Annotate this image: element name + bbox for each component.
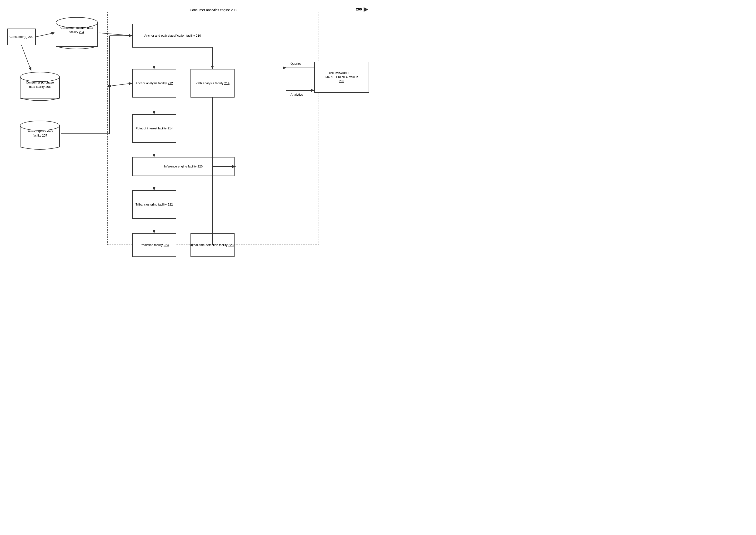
location-data-label: Consumer location data facility 204 xyxy=(59,26,95,34)
purchase-data-cylinder: Consumer purchase data facility 206 xyxy=(19,70,61,102)
purchase-data-label: Consumer purchase data facility 206 xyxy=(23,80,57,89)
consumers-id: 202 xyxy=(28,35,34,39)
tribal-label: Tribal clustering facility 222 xyxy=(136,203,173,207)
consumers-label: Consumer(s) 202 xyxy=(10,35,33,39)
path-analysis-box: Path analysis facility 214 xyxy=(191,69,234,98)
prediction-label: Prediction facility 224 xyxy=(139,243,169,247)
svg-marker-0 xyxy=(364,7,368,12)
svg-line-8 xyxy=(21,45,31,70)
inference-box: Inference engine facility 220 xyxy=(132,157,234,176)
location-data-cylinder: Consumer location data facility 204 xyxy=(55,15,99,50)
inference-label: Inference engine facility 220 xyxy=(164,164,203,169)
anchor-analysis-label: Anchor analysis facility 212 xyxy=(136,81,173,85)
analytics-label: Analytics xyxy=(290,93,303,96)
consumers-box: Consumer(s) 202 xyxy=(7,29,36,45)
path-analysis-label: Path analysis facility 214 xyxy=(196,81,229,85)
tribal-box: Tribal clustering facility 222 xyxy=(132,190,176,219)
prediction-box: Prediction facility 224 xyxy=(132,233,176,257)
realtime-label: Real-time detection facility 228 xyxy=(192,243,233,247)
anchor-path-label: Anchor and path classification facility … xyxy=(144,34,201,38)
demographics-label: Demographics data facility 207 xyxy=(23,129,57,138)
analytics-engine-label: Consumer analytics engine 208 xyxy=(188,8,238,12)
user-box: USER/MARKETER/MARKET RESEARCHER230 xyxy=(314,62,369,93)
demographics-cylinder: Demographics data facility 207 xyxy=(19,119,61,151)
diagram: 200 Consumer(s) 202 Consumer location da… xyxy=(0,0,378,268)
anchor-analysis-box: Anchor analysis facility 212 xyxy=(132,69,176,98)
anchor-path-box: Anchor and path classification facility … xyxy=(132,24,213,47)
realtime-box: Real-time detection facility 228 xyxy=(191,233,234,257)
user-label: USER/MARKETER/MARKET RESEARCHER230 xyxy=(325,71,358,83)
poi-box: Point of interest facility 214 xyxy=(132,114,176,143)
queries-label: Queries xyxy=(290,62,301,66)
svg-line-7 xyxy=(36,33,54,37)
poi-label: Point of interest facility 214 xyxy=(136,126,173,130)
diagram-number: 200 xyxy=(356,7,368,12)
